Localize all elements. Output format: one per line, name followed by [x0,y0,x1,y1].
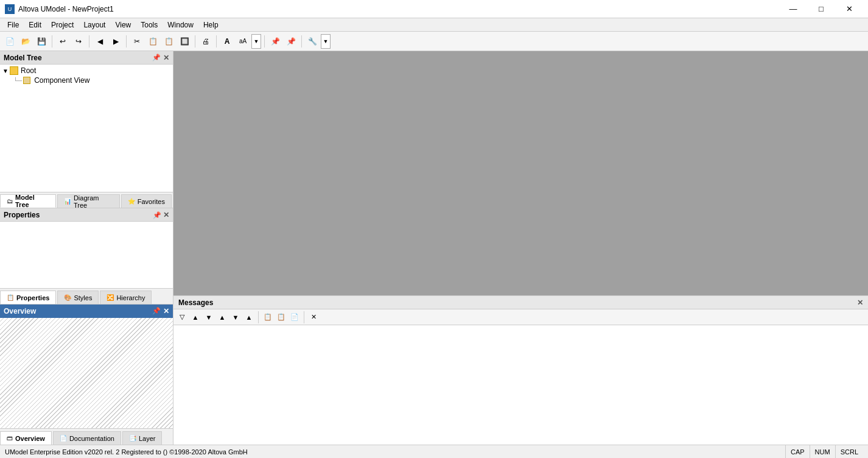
tb-new[interactable]: 📄 [2,34,17,49]
tb-open[interactable]: 📂 [18,34,33,49]
tb-pin1[interactable]: 📌 [268,34,282,49]
menu-edit[interactable]: Edit [24,18,46,31]
close-button[interactable]: ✕ [835,0,863,18]
tab-hierarchy[interactable]: 🔀 Hierarchy [100,291,152,304]
menu-window[interactable]: Window [163,18,198,31]
tb-redo[interactable]: ↪ [71,34,86,49]
tb-cut[interactable]: ✂ [130,34,144,49]
tab-documentation[interactable]: 📄 Documentation [53,431,121,445]
tab-diagram-tree[interactable]: 📊 Diagram Tree [57,194,120,208]
maximize-button[interactable]: □ [807,0,835,18]
menu-layout[interactable]: Layout [79,18,110,31]
msg-filter-btn[interactable]: ▽ [176,311,188,323]
tab-hierarchy-label: Hierarchy [116,294,145,301]
tb-copy[interactable]: 📋 [145,34,160,49]
tab-overview[interactable]: 🗃 Overview [0,431,52,445]
tab-layer-label: Layer [139,435,156,442]
tree-component-view-item[interactable]: └─ Component View [1,76,172,85]
msg-copy2-btn[interactable]: 📋 [275,311,287,323]
overview-tabs: 🗃 Overview 📄 Documentation 📑 Layer [0,429,173,445]
overview-header: Overview 📌 ✕ [0,305,173,318]
messages-close-icon[interactable]: ✕ [857,298,863,307]
properties-header-controls: 📌 ✕ [153,211,169,219]
tb-undo[interactable]: ↩ [55,34,70,49]
tab-properties[interactable]: 📋 Properties [0,291,56,304]
cap-indicator: CAP [785,445,810,459]
tb-save[interactable]: 💾 [34,34,49,49]
model-tree-pin-icon[interactable]: 📌 [152,54,161,62]
tree-root-item[interactable]: ▼ Root [1,66,172,76]
favorites-tab-icon: ⭐ [128,198,135,205]
left-panel: Model Tree 📌 ✕ ▼ Root └─ Component View [0,51,173,445]
tb-sep2 [89,35,89,48]
overview-content [0,318,173,429]
tb-back[interactable]: ◀ [93,34,107,49]
msg-up3-btn[interactable]: ▲ [243,311,255,323]
menu-help[interactable]: Help [198,18,223,31]
menu-project[interactable]: Project [46,18,79,31]
msg-copy3-btn[interactable]: 📄 [289,311,301,323]
tab-diagram-tree-label: Diagram Tree [74,194,113,209]
tb-sep1 [52,35,52,48]
tab-styles[interactable]: 🎨 Styles [57,291,99,304]
properties-close-icon[interactable]: ✕ [163,211,169,219]
messages-content [173,325,868,445]
tb-find[interactable]: 🔲 [177,34,192,49]
documentation-tab-icon: 📄 [60,435,67,442]
overview-pin-icon[interactable]: 📌 [152,307,161,315]
model-tree-close-icon[interactable]: ✕ [163,54,169,62]
tb-paste[interactable]: 📋 [161,34,176,49]
tb-dropdown1[interactable]: ▼ [251,34,261,49]
overview-close-icon[interactable]: ✕ [163,307,169,315]
tab-favorites[interactable]: ⭐ Favorites [121,194,172,208]
tb-print[interactable]: 🖨 [198,34,213,49]
msg-down1-btn[interactable]: ▼ [203,311,215,323]
msg-sep1 [258,311,259,323]
model-tree-tab-icon: 🗂 [7,198,13,205]
toolbar: 📄 📂 💾 ↩ ↪ ◀ ▶ ✂ 📋 📋 🔲 🖨 A aA ▼ 📌 📌 🔧 ▼ [0,32,868,51]
msg-up1-btn[interactable]: ▲ [189,311,201,323]
tb-fontAa[interactable]: aA [236,34,250,49]
properties-header: Properties 📌 ✕ [0,208,173,222]
tb-dropdown2[interactable]: ▼ [321,34,331,49]
titlebar: U Altova UModel - NewProject1 — □ ✕ [0,0,868,18]
window-title: Altova UModel - NewProject1 [18,5,114,13]
menu-file[interactable]: File [2,18,24,31]
model-tree-area: Model Tree 📌 ✕ ▼ Root └─ Component View [0,51,173,192]
styles-tab-icon: 🎨 [64,294,71,301]
props-tabs: 📋 Properties 🎨 Styles 🔀 Hierarchy [0,289,173,305]
minimize-button[interactable]: — [779,0,807,18]
num-indicator: NUM [810,445,835,459]
msg-up2-btn[interactable]: ▲ [216,311,228,323]
msg-sep2 [304,311,304,323]
tab-model-tree[interactable]: 🗂 Model Tree [0,194,56,208]
tree-connector: └─ [13,77,22,84]
messages-panel: Messages ✕ ▽ ▲ ▼ ▲ ▼ ▲ 📋 📋 📄 ✕ [173,295,868,445]
tb-pin2[interactable]: 📌 [284,34,298,49]
tab-model-tree-label: Model Tree [15,194,49,208]
diagram-canvas[interactable] [173,51,868,295]
status-indicators: CAP NUM SCRL [785,445,863,459]
model-tree-header-controls: 📌 ✕ [152,54,169,62]
properties-pin-icon[interactable]: 📌 [153,211,161,219]
tb-sep4 [195,35,195,48]
scrl-indicator: SCRL [835,445,863,459]
properties-tab-icon: 📋 [7,294,14,301]
root-folder-icon [10,66,18,75]
menu-tools[interactable]: Tools [136,18,163,31]
statusbar-text: UModel Enterprise Edition v2020 rel. 2 R… [5,448,248,456]
overview-tab-icon: 🗃 [7,435,13,442]
menu-view[interactable]: View [110,18,136,31]
msg-down2-btn[interactable]: ▼ [229,311,242,323]
tb-fontA[interactable]: A [220,34,234,49]
tb-forward[interactable]: ▶ [108,34,123,49]
menubar: File Edit Project Layout View Tools Wind… [0,18,868,32]
statusbar: UModel Enterprise Edition v2020 rel. 2 R… [0,445,868,458]
tb-sep6 [264,35,265,48]
model-tree-content: ▼ Root └─ Component View [0,65,173,192]
tab-layer[interactable]: 📑 Layer [122,431,163,445]
msg-copy-btn[interactable]: 📋 [262,311,274,323]
tb-settings[interactable]: 🔧 [305,34,320,49]
messages-toolbar: ▽ ▲ ▼ ▲ ▼ ▲ 📋 📋 📄 ✕ [173,309,868,325]
msg-clear-btn[interactable]: ✕ [307,311,320,323]
